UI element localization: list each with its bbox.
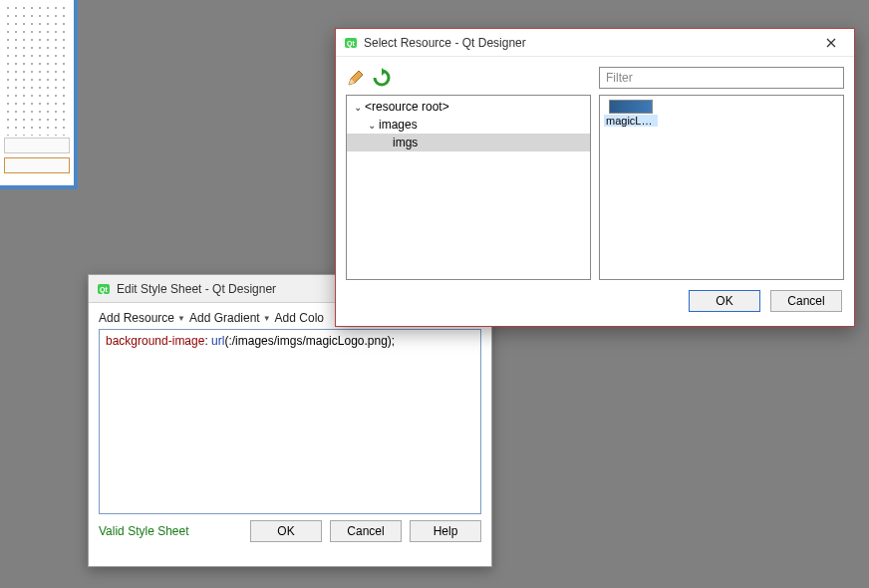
- chevron-down-icon: ⌄: [365, 120, 379, 131]
- tree-label-images: images: [379, 118, 418, 132]
- qt-icon: Qt: [344, 36, 358, 50]
- help-button[interactable]: Help: [410, 520, 481, 542]
- select-resource-footer: OK Cancel: [336, 280, 854, 322]
- css-value: (:/images/imgs/magicLogo.png);: [224, 334, 395, 348]
- add-color-label: Add Colo: [275, 311, 324, 325]
- close-icon: [826, 38, 836, 48]
- style-footer: Valid Style Sheet OK Cancel Help: [89, 514, 491, 548]
- add-color-dropdown[interactable]: Add Colo: [275, 311, 324, 325]
- chevron-down-icon: ▼: [177, 314, 185, 323]
- filter-row: [599, 65, 844, 91]
- window-title: Edit Style Sheet - Qt Designer: [117, 282, 276, 296]
- cancel-button[interactable]: Cancel: [770, 290, 842, 312]
- ok-button[interactable]: OK: [250, 520, 322, 542]
- tree-label-root: <resource root>: [365, 100, 449, 114]
- add-resource-label: Add Resource: [99, 311, 174, 325]
- qt-icon: Qt: [97, 282, 111, 296]
- css-property: background-image: [106, 334, 204, 348]
- add-gradient-label: Add Gradient: [189, 311, 260, 325]
- tree-tools: [346, 65, 591, 91]
- resource-tree-panel[interactable]: ⌄ <resource root> ⌄ images imgs: [346, 95, 591, 280]
- select-resource-window: Qt Select Resource - Qt Designer ⌄ <reso: [335, 28, 855, 327]
- add-gradient-dropdown[interactable]: Add Gradient ▼: [189, 311, 271, 325]
- filter-input[interactable]: [599, 67, 844, 89]
- close-button[interactable]: [816, 33, 846, 53]
- svg-text:Qt: Qt: [100, 286, 108, 294]
- canvas-grid: [4, 4, 70, 136]
- widget-bar: [4, 138, 70, 153]
- select-resource-body: ⌄ <resource root> ⌄ images imgs: [336, 57, 854, 280]
- widget-bar-selected: [4, 157, 70, 173]
- thumbnail-grid: magicLo...: [600, 96, 843, 131]
- chevron-down-icon: ▼: [263, 314, 271, 323]
- canvas-widgets: [4, 138, 70, 177]
- ok-button[interactable]: OK: [689, 290, 760, 312]
- designer-canvas-fragment: [0, 0, 78, 189]
- tree-label-imgs: imgs: [393, 136, 418, 149]
- add-resource-dropdown[interactable]: Add Resource ▼: [99, 311, 185, 325]
- window-titlebar[interactable]: Qt Select Resource - Qt Designer: [336, 29, 854, 57]
- tree-row-imgs[interactable]: imgs: [347, 134, 590, 151]
- reload-icon: [372, 68, 392, 88]
- thumbnail-image: [609, 100, 653, 114]
- tree-row-images[interactable]: ⌄ images: [347, 116, 590, 134]
- window-title: Select Resource - Qt Designer: [364, 36, 526, 50]
- svg-text:Qt: Qt: [347, 40, 355, 48]
- resource-preview-pane: magicLo...: [599, 65, 844, 280]
- stylesheet-editor[interactable]: background-image: url(:/images/imgs/magi…: [99, 329, 481, 514]
- edit-resources-button[interactable]: [346, 68, 366, 88]
- resource-tree-pane: ⌄ <resource root> ⌄ images imgs: [346, 65, 591, 280]
- css-url-keyword: url: [211, 334, 224, 348]
- tree-row-root[interactable]: ⌄ <resource root>: [347, 98, 590, 116]
- resource-tree: ⌄ <resource root> ⌄ images imgs: [347, 96, 590, 151]
- thumbnail-panel[interactable]: magicLo...: [599, 95, 844, 280]
- reload-button[interactable]: [372, 68, 392, 88]
- thumbnail-caption: magicLo...: [604, 115, 658, 127]
- validation-status: Valid Style Sheet: [99, 524, 242, 538]
- resource-thumbnail-magiclogo[interactable]: magicLo...: [604, 100, 658, 127]
- pencil-icon: [346, 68, 366, 88]
- cancel-button[interactable]: Cancel: [330, 520, 402, 542]
- chevron-down-icon: ⌄: [351, 102, 365, 113]
